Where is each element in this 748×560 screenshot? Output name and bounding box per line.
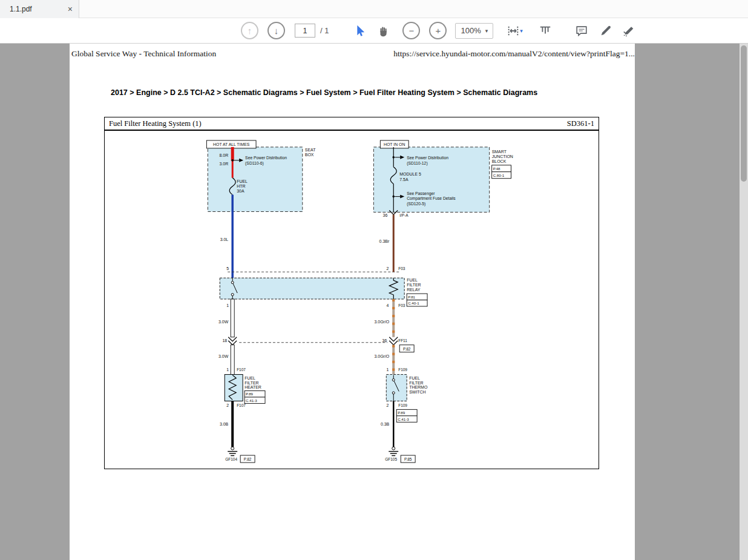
svg-text:SWITCH: SWITCH: [409, 390, 425, 394]
svg-text:C.80-1: C.80-1: [493, 173, 505, 177]
pin-number: 1: [226, 303, 229, 308]
junction-dot: [231, 159, 234, 162]
erase-pen-icon: [622, 24, 635, 38]
pin-number: 5: [226, 266, 229, 271]
connector-ref: F107: [237, 367, 246, 372]
pin-number: 2: [386, 266, 389, 271]
seat-box-label: BOX: [305, 153, 314, 157]
connector-ref: F03: [398, 266, 405, 271]
draw-button[interactable]: [599, 24, 612, 38]
zoom-level-dropdown[interactable]: 100% ▾: [455, 23, 493, 39]
fit-width-icon: [507, 24, 520, 38]
svg-text:Compartment Fuse Details: Compartment Fuse Details: [407, 196, 456, 201]
chevron-down-icon: ▾: [485, 28, 488, 34]
svg-text:HTR: HTR: [237, 184, 245, 188]
connector-ref: FF11: [398, 338, 407, 343]
ground-name: GF105: [385, 457, 397, 461]
pin-number: 18: [222, 338, 227, 343]
erase-button[interactable]: [622, 24, 635, 38]
svg-text:P.81: P.81: [408, 295, 415, 299]
document-area: Global Service Way - Technical Informati…: [0, 44, 748, 560]
junction-dot: [392, 156, 395, 159]
arrow-up-icon: ↑: [248, 25, 252, 36]
wire-3-0W: [231, 345, 234, 375]
svg-text:P.89: P.89: [398, 410, 405, 415]
svg-text:3.0W: 3.0W: [218, 320, 229, 324]
ground-name: GF104: [225, 457, 237, 461]
pin-number: 36: [383, 213, 388, 217]
svg-text:See Passenger: See Passenger: [407, 191, 435, 196]
svg-text:FUEL: FUEL: [237, 179, 248, 183]
svg-text:3.0W: 3.0W: [218, 354, 229, 358]
sjb-label: BLOCK: [492, 159, 507, 163]
svg-text:7.5A: 7.5A: [399, 177, 408, 182]
relay-box: [220, 278, 404, 299]
fit-to-width-button[interactable]: ▾: [507, 24, 523, 38]
zoom-out-button[interactable]: −: [402, 22, 420, 39]
connector-ref: F109: [398, 403, 407, 407]
diagram-title-bar: Fuel Filter Heating System (1) SD361-1: [105, 117, 599, 131]
svg-text:THERMO: THERMO: [409, 385, 428, 389]
pin-number: 2: [386, 403, 389, 407]
connector-ref: I/P-A: [399, 213, 408, 217]
seat-box-label: SEAT: [305, 148, 316, 152]
ground-symbol: [389, 447, 398, 455]
pdf-tab[interactable]: 1.1.pdf ×: [0, 0, 79, 18]
page-down-button[interactable]: ↓: [267, 22, 285, 39]
pin-number: 1: [386, 367, 389, 372]
svg-text:30A: 30A: [237, 189, 244, 193]
svg-text:RELAY: RELAY: [407, 288, 421, 292]
connector-ref: F107: [237, 403, 246, 407]
connector-ref: F109: [398, 367, 407, 372]
comment-icon: [575, 24, 588, 38]
pin-number: 36: [382, 338, 387, 343]
select-tool-button[interactable]: [353, 24, 366, 38]
svg-text:8.0R: 8.0R: [219, 153, 228, 157]
pdf-toolbar: ↑ ↓ / 1 − + 100% ▾ ▾: [0, 18, 748, 44]
connector-chevron-icon: [228, 337, 237, 341]
tab-close-icon[interactable]: ×: [68, 5, 73, 13]
svg-text:3.0B: 3.0B: [220, 422, 229, 426]
schematic-diagram-frame: Fuel Filter Heating System (1) SD361-1 H…: [104, 117, 599, 469]
hot-in-on-label: HOT IN ON: [380, 140, 408, 148]
svg-text:0.3B: 0.3B: [381, 422, 390, 426]
vertical-scrollbar[interactable]: [740, 44, 748, 560]
minus-icon: −: [409, 25, 415, 36]
ground-symbol: [228, 447, 237, 455]
hand-tool-button[interactable]: [377, 24, 390, 38]
scrollbar-thumb[interactable]: [741, 45, 747, 182]
svg-text:3.0Gr/O: 3.0Gr/O: [374, 320, 389, 324]
diagram-title: Fuel Filter Heating System (1): [109, 119, 202, 128]
wire-3-0W: [231, 299, 234, 337]
arrow-down-icon: ↓: [274, 25, 279, 36]
pin-number: 1: [226, 367, 229, 372]
page-number-input[interactable]: [295, 24, 315, 38]
sjb-label: SMART: [492, 150, 507, 154]
connector-chevron-icon: [389, 337, 398, 341]
pdf-page: Global Service Way - Technical Informati…: [70, 44, 635, 560]
pin-number: 4: [386, 303, 389, 308]
svg-text:P.82: P.82: [403, 347, 411, 351]
page-up-button[interactable]: ↑: [241, 22, 258, 39]
svg-text:HOT AT ALL TIMES: HOT AT ALL TIMES: [213, 142, 250, 147]
page-view-button[interactable]: [539, 24, 552, 38]
svg-text:FILTER: FILTER: [409, 381, 424, 385]
svg-text:3.0R: 3.0R: [219, 162, 228, 166]
svg-text:C.41-3: C.41-3: [246, 398, 257, 403]
svg-text:P.82: P.82: [244, 457, 252, 461]
page-count-label: / 1: [320, 26, 329, 35]
svg-text:C.40-1: C.40-1: [408, 301, 419, 305]
svg-text:C.41-3: C.41-3: [398, 417, 409, 421]
cursor-icon: [353, 24, 366, 38]
svg-text:P.85: P.85: [404, 457, 412, 461]
svg-text:FILTER: FILTER: [407, 283, 421, 287]
page-view-icon: [539, 24, 552, 38]
svg-text:0.3Br: 0.3Br: [379, 239, 390, 243]
add-comment-button[interactable]: [575, 24, 588, 38]
see-power-ref: (SD110-12): [407, 161, 427, 166]
tab-title: 1.1.pdf: [10, 5, 63, 13]
pen-icon: [599, 24, 612, 38]
breadcrumb: 2017 > Engine > D 2.5 TCI-A2 > Schematic…: [111, 87, 580, 99]
zoom-in-button[interactable]: +: [429, 22, 447, 39]
diagram-code: SD361-1: [567, 119, 594, 128]
